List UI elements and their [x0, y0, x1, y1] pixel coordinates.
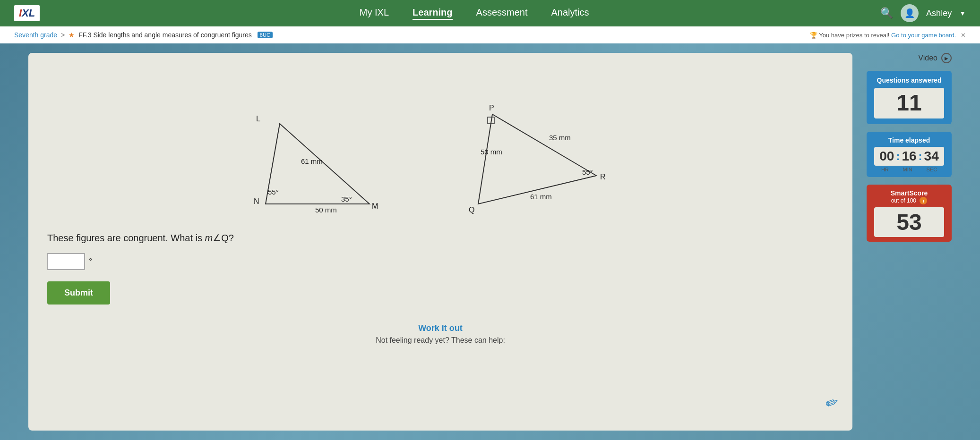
- prizes-close-button[interactable]: ✕: [961, 32, 966, 39]
- prizes-text: You have prizes to reveal!: [819, 32, 889, 39]
- answer-input[interactable]: [47, 253, 85, 270]
- content-area: L N M 55° 35° 50 mm 61 mm P Q: [0, 43, 980, 440]
- prizes-notice: 🏆 You have prizes to reveal! Go to your …: [810, 32, 966, 39]
- main-card: L N M 55° 35° 50 mm 61 mm P Q: [28, 53, 852, 431]
- svg-text:50 mm: 50 mm: [315, 206, 337, 214]
- svg-text:L: L: [256, 115, 260, 123]
- breadcrumb-grade[interactable]: Seventh grade: [14, 31, 57, 39]
- breadcrumb-separator: >: [61, 31, 65, 39]
- pencil-icon[interactable]: ✏: [823, 392, 841, 414]
- hr-label: HR: [881, 167, 889, 172]
- time-hr: 00: [879, 149, 894, 164]
- svg-text:M: M: [372, 202, 378, 210]
- svg-text:35 mm: 35 mm: [549, 134, 571, 142]
- svg-text:35°: 35°: [341, 195, 352, 203]
- degree-symbol: °: [89, 257, 92, 267]
- answer-input-area: °: [47, 253, 834, 270]
- smartscore-info-icon[interactable]: i: [920, 197, 927, 204]
- svg-text:55°: 55°: [268, 188, 279, 196]
- svg-text:61 mm: 61 mm: [530, 193, 552, 201]
- svg-marker-8: [478, 114, 596, 204]
- breadcrumb-bar: Seventh grade > ★ FF.3 Side lengths and …: [0, 26, 980, 43]
- breadcrumb-left: Seventh grade > ★ FF.3 Side lengths and …: [14, 31, 273, 39]
- star-icon: ★: [69, 31, 75, 39]
- time-colon-2: :: [919, 150, 922, 163]
- sec-label: SEC: [926, 167, 937, 172]
- trophy-icon: 🏆: [810, 32, 817, 39]
- svg-text:R: R: [600, 173, 606, 181]
- right-sidebar: Video ▶ Questions answered 11 Time elaps…: [867, 53, 952, 431]
- diagram-area: L N M 55° 35° 50 mm 61 mm P Q: [47, 67, 834, 218]
- breadcrumb-skill-name: FF.3 Side lengths and angle measures of …: [78, 31, 252, 39]
- time-elapsed-value: 00 : 16 : 34: [874, 147, 944, 166]
- time-elapsed-box: Time elapsed 00 : 16 : 34 HR MIN SEC: [867, 132, 952, 177]
- questions-answered-box: Questions answered 11: [867, 71, 952, 124]
- time-units: HR MIN SEC: [874, 167, 944, 172]
- time-min: 16: [902, 149, 916, 164]
- nav-links: My IXL Learning Assessment Analytics: [68, 7, 880, 20]
- prizes-link[interactable]: Go to your game board.: [891, 32, 956, 39]
- geometry-diagram: L N M 55° 35° 50 mm 61 mm P Q: [47, 67, 834, 218]
- time-colon-1: :: [896, 150, 900, 163]
- search-icon[interactable]: 🔍: [880, 7, 893, 19]
- user-name-label: Ashley: [926, 8, 952, 18]
- questions-answered-value: 11: [874, 88, 944, 118]
- smartscore-value: 53: [874, 207, 944, 237]
- avatar: 👤: [901, 4, 919, 22]
- question-text: These figures are congruent. What is m∠Q…: [47, 232, 834, 244]
- work-it-out-section: Work it out Not feeling ready yet? These…: [47, 323, 834, 345]
- video-button[interactable]: Video ▶: [867, 53, 952, 63]
- smartscore-label: SmartScore: [874, 189, 944, 197]
- time-sec: 34: [924, 149, 939, 164]
- work-it-out-title: Work it out: [47, 323, 834, 333]
- svg-text:50 mm: 50 mm: [481, 148, 502, 156]
- svg-text:61 mm: 61 mm: [301, 157, 323, 165]
- smartscore-box: SmartScore out of 100 i 53: [867, 185, 952, 242]
- svg-text:N: N: [254, 197, 259, 205]
- nav-assessment[interactable]: Assessment: [476, 7, 528, 20]
- skill-code-badge: 8UC: [258, 32, 273, 38]
- time-elapsed-label: Time elapsed: [874, 136, 944, 144]
- nav-learning[interactable]: Learning: [413, 7, 452, 20]
- svg-text:Q: Q: [469, 206, 474, 214]
- smartscore-sub: out of 100 i: [874, 197, 944, 204]
- nav-right-area: 🔍 👤 Ashley ▼: [880, 4, 966, 22]
- user-dropdown-icon[interactable]: ▼: [959, 9, 966, 17]
- top-navigation: IXL My IXL Learning Assessment Analytics…: [0, 0, 980, 26]
- video-label: Video: [918, 54, 937, 62]
- nav-my-ixl[interactable]: My IXL: [360, 7, 389, 20]
- submit-button[interactable]: Submit: [47, 281, 110, 305]
- play-icon: ▶: [941, 53, 952, 63]
- ixl-logo[interactable]: IXL: [14, 5, 40, 21]
- questions-answered-label: Questions answered: [874, 76, 944, 84]
- svg-text:55°: 55°: [582, 168, 593, 176]
- svg-text:P: P: [489, 104, 494, 112]
- min-label: MIN: [903, 167, 912, 172]
- work-it-out-subtitle: Not feeling ready yet? These can help:: [47, 336, 834, 345]
- nav-analytics[interactable]: Analytics: [551, 7, 589, 20]
